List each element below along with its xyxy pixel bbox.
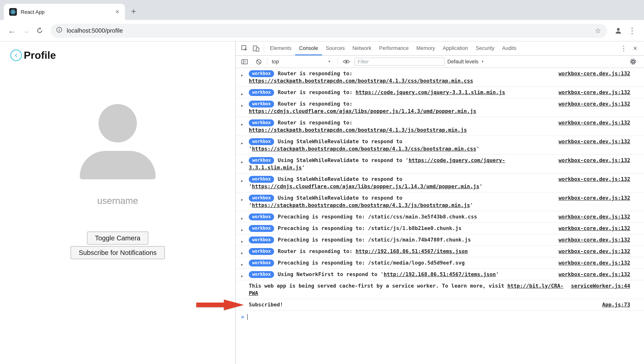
workbox-badge: workbox bbox=[249, 176, 274, 183]
expand-triangle-icon[interactable]: ▶ bbox=[241, 102, 243, 109]
source-link[interactable]: workbox-core.dev.js:132 bbox=[558, 119, 630, 126]
toggle-camera-button[interactable]: Toggle Camera bbox=[87, 232, 148, 245]
expand-triangle-icon[interactable]: ▶ bbox=[241, 196, 243, 204]
red-arrow-annotation bbox=[196, 299, 244, 310]
divider bbox=[264, 44, 264, 53]
source-link[interactable]: workbox-core.dev.js:132 bbox=[558, 138, 630, 145]
expand-triangle-icon[interactable]: ▶ bbox=[241, 273, 243, 280]
tab-network[interactable]: Network bbox=[349, 42, 375, 55]
tab-audits[interactable]: Audits bbox=[498, 42, 520, 55]
expand-triangle-icon[interactable]: ▶ bbox=[241, 140, 243, 147]
browser-toolbar: ← → localhost:5000/profile ☆ ⋮ bbox=[0, 20, 644, 42]
source-link[interactable]: workbox-core.dev.js:132 bbox=[558, 100, 630, 107]
context-selector[interactable]: top ▼ bbox=[270, 59, 335, 65]
expand-triangle-icon[interactable]: ▶ bbox=[241, 227, 243, 234]
tab-memory[interactable]: Memory bbox=[412, 42, 439, 55]
expand-triangle-icon[interactable]: ▶ bbox=[241, 177, 243, 185]
expand-triangle-icon[interactable]: ▶ bbox=[241, 215, 243, 222]
reload-button[interactable] bbox=[33, 24, 46, 37]
inspect-icon[interactable] bbox=[239, 43, 250, 54]
expand-triangle-icon[interactable]: ▶ bbox=[241, 238, 243, 245]
console-link[interactable]: https://cdnjs.cloudflare.com/ajax/libs/p… bbox=[249, 108, 476, 114]
console-link[interactable]: https://stackpath.bootstrapcdn.com/boots… bbox=[252, 202, 470, 208]
forward-button[interactable]: → bbox=[19, 24, 32, 37]
console-message: workbox-core.dev.js:132▶workboxPrecachin… bbox=[236, 211, 644, 223]
source-link[interactable]: App.js:73 bbox=[602, 301, 630, 308]
tab-performance[interactable]: Performance bbox=[375, 42, 413, 55]
browser-tab[interactable]: React App × bbox=[4, 4, 125, 20]
console-link[interactable]: http://192.168.86.51:4567/items.json bbox=[356, 248, 468, 254]
log-levels-dropdown[interactable]: Default levels ▼ bbox=[447, 59, 484, 65]
settings-gear-icon[interactable] bbox=[627, 56, 639, 67]
console-text: ' bbox=[470, 202, 473, 208]
source-link[interactable]: workbox-core.dev.js:132 bbox=[558, 89, 630, 96]
info-icon[interactable] bbox=[56, 27, 62, 35]
source-link[interactable]: workbox-core.dev.js:132 bbox=[558, 213, 630, 220]
console-text: Precaching is responding to: /static/js/… bbox=[278, 225, 462, 231]
console-link[interactable]: https://cdnjs.cloudflare.com/ajax/libs/p… bbox=[252, 183, 479, 189]
console-messages: workbox-core.dev.js:132▶workboxRouter is… bbox=[236, 68, 644, 311]
clear-console-icon[interactable] bbox=[253, 56, 264, 67]
console-input-row[interactable]: > bbox=[236, 311, 644, 321]
source-link[interactable]: workbox-core.dev.js:132 bbox=[558, 194, 630, 202]
workbox-badge: workbox bbox=[249, 195, 274, 202]
expand-triangle-icon[interactable]: ▶ bbox=[241, 250, 243, 257]
tab-sources[interactable]: Sources bbox=[322, 42, 349, 55]
divider bbox=[337, 58, 338, 65]
devtools-close-icon[interactable]: × bbox=[630, 43, 641, 54]
menu-kebab-icon[interactable]: ⋮ bbox=[626, 24, 639, 37]
source-link[interactable]: workbox-core.dev.js:132 bbox=[558, 225, 630, 232]
live-expression-eye-icon[interactable] bbox=[340, 56, 352, 67]
divider bbox=[267, 58, 268, 65]
back-button[interactable]: ← bbox=[5, 24, 18, 37]
tab-application[interactable]: Application bbox=[439, 42, 472, 55]
console-link[interactable]: https://stackpath.bootstrapcdn.com/boots… bbox=[252, 145, 476, 152]
device-toolbar-icon[interactable] bbox=[250, 43, 262, 54]
source-link[interactable]: workbox-core.dev.js:132 bbox=[558, 236, 630, 243]
expand-triangle-icon[interactable]: ▶ bbox=[241, 91, 243, 98]
console-message: workbox-core.dev.js:132▶workboxUsing Sta… bbox=[236, 192, 644, 211]
tab-elements[interactable]: Elements bbox=[266, 42, 295, 55]
expand-triangle-icon[interactable]: ▶ bbox=[241, 121, 243, 128]
console-message: workbox-core.dev.js:132▶workboxUsing Sta… bbox=[236, 155, 644, 173]
workbox-badge: workbox bbox=[249, 271, 274, 278]
source-link[interactable]: workbox-core.dev.js:132 bbox=[558, 175, 630, 183]
console-prompt-icon: > bbox=[241, 314, 244, 320]
filter-input[interactable] bbox=[354, 58, 445, 66]
expand-triangle-icon[interactable]: ▶ bbox=[241, 72, 243, 79]
console-link[interactable]: https://stackpath.bootstrapcdn.com/boots… bbox=[249, 78, 473, 84]
text-cursor bbox=[247, 314, 248, 320]
url-bar[interactable]: localhost:5000/profile ☆ bbox=[50, 24, 607, 38]
username-label: username bbox=[0, 196, 235, 206]
tab-console[interactable]: Console bbox=[295, 42, 322, 55]
console-text: Precaching is responding to: /static/med… bbox=[278, 260, 464, 266]
console-text: Subscribed! bbox=[249, 301, 283, 308]
console-text: Router is responding to: bbox=[278, 70, 352, 76]
source-link[interactable]: serviceWorker.js:44 bbox=[571, 282, 630, 289]
expand-triangle-icon[interactable]: ▶ bbox=[241, 261, 243, 268]
console-link[interactable]: https://code.jquery.com/jquery-3.3.1.sli… bbox=[356, 89, 505, 95]
back-circle-icon[interactable]: ‹ bbox=[10, 50, 22, 61]
expand-triangle-icon[interactable]: ▶ bbox=[241, 158, 243, 166]
console-sidebar-icon[interactable] bbox=[239, 56, 250, 67]
new-tab-button[interactable]: + bbox=[131, 7, 136, 17]
source-link[interactable]: workbox-core.dev.js:132 bbox=[558, 157, 630, 164]
tab-security[interactable]: Security bbox=[472, 42, 498, 55]
chevron-down-icon: ▼ bbox=[328, 60, 335, 63]
console-link[interactable]: http://192.168.86.51:4567/items.json bbox=[384, 271, 496, 277]
console-text: ' bbox=[496, 271, 499, 277]
tab-strip: React App × + bbox=[0, 0, 644, 20]
bookmark-star-icon[interactable]: ☆ bbox=[594, 26, 602, 35]
console-link[interactable]: https://stackpath.bootstrapcdn.com/boots… bbox=[249, 127, 467, 133]
console-text: Using StaleWhileRevalidate to respond to… bbox=[278, 157, 409, 163]
devtools-menu-icon[interactable]: ⋮ bbox=[618, 43, 630, 54]
subscribe-button[interactable]: Subscribe for Notifications bbox=[71, 246, 165, 259]
console-message: workbox-core.dev.js:132▶workboxRouter is… bbox=[236, 117, 644, 136]
tab-close-icon[interactable]: × bbox=[114, 8, 121, 16]
source-link[interactable]: workbox-core.dev.js:132 bbox=[558, 248, 630, 255]
source-link[interactable]: workbox-core.dev.js:132 bbox=[558, 259, 630, 266]
devtools-tabs: ElementsConsoleSourcesNetworkPerformance… bbox=[266, 42, 520, 55]
profile-avatar-button[interactable] bbox=[612, 24, 625, 37]
source-link[interactable]: workbox-core.dev.js:132 bbox=[558, 70, 630, 77]
source-link[interactable]: workbox-core.dev.js:132 bbox=[558, 271, 630, 278]
